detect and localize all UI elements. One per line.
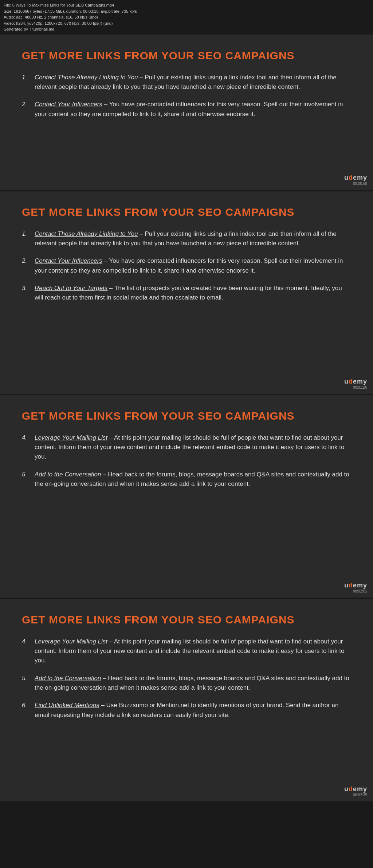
- udemy-logo: udemy: [344, 174, 367, 182]
- list-item: 1.Contact Those Already Linking to You –…: [22, 73, 351, 92]
- list-number: 1.: [22, 229, 35, 249]
- list-link-text: Add to the Conversation: [35, 471, 101, 478]
- list-link-text: Contact Those Already Linking to You: [35, 74, 138, 81]
- list-link-text: Find Unlinked Mentions: [35, 702, 99, 709]
- udemy-logo: udemy: [344, 378, 367, 385]
- slide-timestamp: 00:02:01: [344, 589, 367, 593]
- file-info-line2: Size: 18160667 bytes (17.35 MiB), durati…: [4, 8, 369, 15]
- slide-list-3: 4.Leverage Your Mailing List – At this p…: [22, 433, 351, 489]
- slide-list-2: 1.Contact Those Already Linking to You –…: [22, 229, 351, 303]
- file-info-line1: File: 6 Ways To Maximise Links for Your …: [4, 2, 369, 8]
- list-item: 5.Add to the Conversation – Head back to…: [22, 674, 351, 693]
- list-link-text: Contact Those Already Linking to You: [35, 230, 138, 237]
- udemy-logo: udemy: [344, 785, 367, 793]
- list-number: 5.: [22, 470, 35, 489]
- list-link-text: Leverage Your Mailing List: [35, 638, 107, 645]
- file-info-block: File: 6 Ways To Maximise Links for Your …: [0, 0, 373, 35]
- list-number: 2.: [22, 256, 35, 276]
- list-number: 2.: [22, 100, 35, 119]
- udemy-watermark: udemy00:00:58: [344, 174, 367, 186]
- list-number: 1.: [22, 73, 35, 92]
- list-content: Find Unlinked Mentions – Use Buzzsumo or…: [35, 701, 351, 720]
- list-content: Contact Those Already Linking to You – P…: [35, 73, 351, 92]
- udemy-watermark: udemy00:01:20: [344, 378, 367, 389]
- slide-timestamp: 00:00:58: [344, 182, 367, 186]
- list-content: Contact Your Influencers – You have pre-…: [35, 256, 351, 276]
- list-content: Leverage Your Mailing List – At this poi…: [35, 637, 351, 666]
- list-item: 5.Add to the Conversation – Head back to…: [22, 470, 351, 489]
- list-content: Add to the Conversation – Head back to t…: [35, 470, 351, 489]
- list-item: 2.Contact Your Influencers – You have pr…: [22, 100, 351, 119]
- udemy-watermark: udemy00:02:35: [344, 785, 367, 797]
- slide-timestamp: 00:01:20: [344, 385, 367, 389]
- list-content: Reach Out to Your Targets – The list of …: [35, 284, 351, 303]
- list-item: 4.Leverage Your Mailing List – At this p…: [22, 433, 351, 462]
- udemy-logo: udemy: [344, 582, 367, 589]
- slide-3: GET MORE LINKS FROM YOUR SEO CAMPAIGNS4.…: [0, 395, 373, 599]
- slide-title-4: GET MORE LINKS FROM YOUR SEO CAMPAIGNS: [22, 614, 351, 626]
- list-item: 2.Contact Your Influencers – You have pr…: [22, 256, 351, 276]
- slides-container: GET MORE LINKS FROM YOUR SEO CAMPAIGNS1.…: [0, 35, 373, 803]
- slide-list-4: 4.Leverage Your Mailing List – At this p…: [22, 637, 351, 720]
- slide-2: GET MORE LINKS FROM YOUR SEO CAMPAIGNS1.…: [0, 191, 373, 395]
- list-content: Leverage Your Mailing List – At this poi…: [35, 433, 351, 462]
- slide-title-3: GET MORE LINKS FROM YOUR SEO CAMPAIGNS: [22, 410, 351, 422]
- slide-list-1: 1.Contact Those Already Linking to You –…: [22, 73, 351, 119]
- list-content: Contact Your Influencers – You have pre-…: [35, 100, 351, 119]
- list-item: 1.Contact Those Already Linking to You –…: [22, 229, 351, 249]
- list-link-text: Contact Your Influencers: [35, 101, 102, 108]
- list-number: 3.: [22, 284, 35, 303]
- list-item: 6.Find Unlinked Mentions – Use Buzzsumo …: [22, 701, 351, 720]
- slide-title-1: GET MORE LINKS FROM YOUR SEO CAMPAIGNS: [22, 49, 351, 62]
- slide-timestamp: 00:02:35: [344, 793, 367, 797]
- list-link-text: Reach Out to Your Targets: [35, 285, 107, 292]
- udemy-watermark: udemy00:02:01: [344, 582, 367, 593]
- list-content: Contact Those Already Linking to You – P…: [35, 229, 351, 249]
- file-info-line4: Video: h264, yuv420p, 1280x720, 670 kb/s…: [4, 20, 369, 27]
- list-number: 4.: [22, 433, 35, 462]
- file-info-line3: Audio: aac, 48000 Hz, 2 channels, s16, 5…: [4, 14, 369, 20]
- slide-1: GET MORE LINKS FROM YOUR SEO CAMPAIGNS1.…: [0, 35, 373, 191]
- file-info-line5: Generated by Thumbnail.me: [4, 26, 369, 32]
- list-link-text: Leverage Your Mailing List: [35, 434, 107, 441]
- list-content: Add to the Conversation – Head back to t…: [35, 674, 351, 693]
- list-link-text: Add to the Conversation: [35, 675, 101, 682]
- list-number: 5.: [22, 674, 35, 693]
- slide-4: GET MORE LINKS FROM YOUR SEO CAMPAIGNS4.…: [0, 599, 373, 803]
- slide-title-2: GET MORE LINKS FROM YOUR SEO CAMPAIGNS: [22, 206, 351, 218]
- list-link-text: Contact Your Influencers: [35, 257, 102, 264]
- list-number: 6.: [22, 701, 35, 720]
- list-item: 4.Leverage Your Mailing List – At this p…: [22, 637, 351, 666]
- list-number: 4.: [22, 637, 35, 666]
- list-item: 3.Reach Out to Your Targets – The list o…: [22, 284, 351, 303]
